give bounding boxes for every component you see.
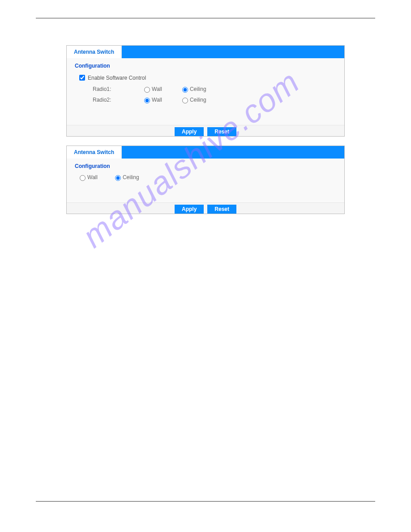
reset-button[interactable]: Reset bbox=[207, 205, 236, 214]
radio1-ceiling-option[interactable]: Ceiling bbox=[180, 86, 206, 93]
wall-option[interactable]: Wall bbox=[77, 174, 98, 181]
enable-software-control-checkbox[interactable] bbox=[79, 75, 85, 81]
bottom-divider bbox=[36, 501, 375, 502]
ceiling-label: Ceiling bbox=[123, 174, 139, 180]
wall-radio[interactable] bbox=[80, 175, 86, 181]
configuration-heading: Configuration bbox=[75, 163, 336, 169]
tab-bar: Antenna Switch bbox=[67, 46, 344, 58]
button-row: Apply Reset bbox=[67, 202, 344, 214]
configuration-heading: Configuration bbox=[75, 63, 336, 69]
tab-antenna-switch[interactable]: Antenna Switch bbox=[67, 46, 122, 58]
radio1-ceiling-label: Ceiling bbox=[190, 86, 206, 92]
radio2-wall-option[interactable]: Wall bbox=[142, 96, 162, 103]
antenna-switch-panel-2: Antenna Switch Configuration Wall Ceilin… bbox=[66, 146, 345, 214]
antenna-option-row: Wall Ceiling bbox=[75, 174, 336, 181]
radio2-row: Radio2: Wall Ceiling bbox=[75, 96, 336, 103]
ceiling-radio[interactable] bbox=[115, 175, 121, 181]
radio1-wall-option[interactable]: Wall bbox=[142, 86, 162, 93]
radio2-label: Radio2: bbox=[93, 97, 142, 103]
apply-button[interactable]: Apply bbox=[175, 127, 204, 136]
radio1-wall-radio[interactable] bbox=[144, 87, 150, 93]
enable-software-control-row: Enable Software Control bbox=[75, 73, 336, 82]
radio1-row: Radio1: Wall Ceiling bbox=[75, 86, 336, 93]
radio1-ceiling-radio[interactable] bbox=[182, 87, 188, 93]
apply-button[interactable]: Apply bbox=[175, 205, 204, 214]
radio2-ceiling-radio[interactable] bbox=[182, 98, 188, 103]
wall-label: Wall bbox=[87, 174, 98, 180]
button-row: Apply Reset bbox=[67, 125, 344, 136]
radio2-ceiling-label: Ceiling bbox=[190, 97, 206, 103]
top-divider bbox=[36, 18, 375, 18]
tab-bar: Antenna Switch bbox=[67, 146, 344, 159]
ceiling-option[interactable]: Ceiling bbox=[113, 174, 139, 181]
radio1-label: Radio1: bbox=[93, 86, 142, 92]
reset-button[interactable]: Reset bbox=[207, 127, 236, 136]
radio1-wall-label: Wall bbox=[152, 86, 162, 92]
antenna-switch-panel-1: Antenna Switch Configuration Enable Soft… bbox=[66, 45, 345, 137]
enable-software-control-label: Enable Software Control bbox=[88, 75, 146, 81]
radio2-wall-radio[interactable] bbox=[144, 98, 150, 103]
radio2-wall-label: Wall bbox=[152, 97, 162, 103]
tab-antenna-switch[interactable]: Antenna Switch bbox=[67, 146, 122, 159]
radio2-ceiling-option[interactable]: Ceiling bbox=[180, 96, 206, 103]
